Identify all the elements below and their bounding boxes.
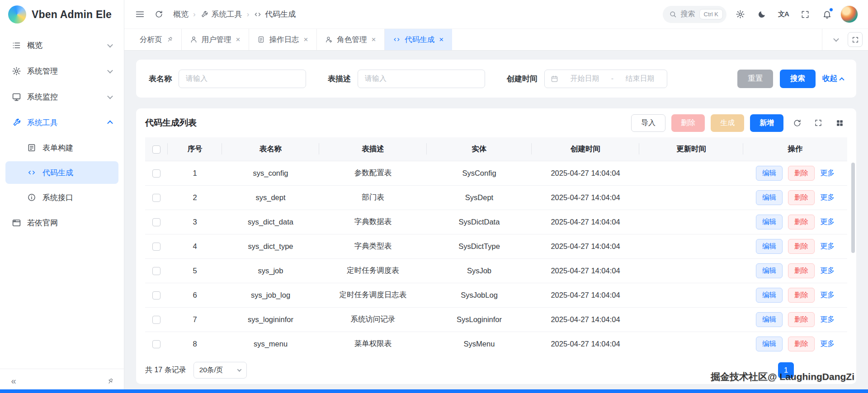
row-checkbox[interactable] <box>152 267 160 275</box>
edit-button[interactable]: 编辑 <box>756 215 783 229</box>
edit-button[interactable]: 编辑 <box>756 263 783 278</box>
delete-button[interactable]: 删除 <box>788 312 815 327</box>
tab-operation-log[interactable]: 操作日志 × <box>249 29 316 50</box>
monitor-icon <box>12 92 21 102</box>
delete-button[interactable]: 删除 <box>788 337 815 351</box>
vertical-scrollbar[interactable] <box>851 163 855 253</box>
edit-button[interactable]: 编辑 <box>756 239 783 254</box>
sidebar: Vben Admin Ele 概览 系统管理 <box>0 0 124 393</box>
page-size-select[interactable]: 20条/页 <box>193 362 247 379</box>
menu-toggle-button[interactable] <box>132 6 148 23</box>
tab-code-generation[interactable]: 代码生成 × <box>384 29 452 50</box>
more-button[interactable]: 更多 <box>820 315 835 324</box>
filter-field-create-time: 创建时间 开始日期 - 结束日期 <box>507 70 667 88</box>
table-row: 5 sys_job 定时任务调度表 SysJob 2025-04-27 14:0… <box>145 258 847 283</box>
collapse-filter-link[interactable]: 收起 <box>822 74 844 84</box>
table-desc-input[interactable] <box>358 70 485 88</box>
row-checkbox[interactable] <box>152 218 160 226</box>
cell-entity: SysJob <box>427 258 532 283</box>
sidebar-item-system-api[interactable]: 系统接口 <box>5 186 118 209</box>
cell-created: 2025-04-27 14:04:04 <box>532 332 639 356</box>
user-avatar[interactable] <box>840 5 858 23</box>
more-button[interactable]: 更多 <box>820 217 835 227</box>
edit-button[interactable]: 编辑 <box>756 166 783 181</box>
generate-button[interactable]: 生成 <box>711 114 744 132</box>
sidebar-item-system-monitor[interactable]: 系统监控 <box>5 85 118 108</box>
more-button[interactable]: 更多 <box>820 266 835 276</box>
search-button[interactable]: 搜索 <box>780 70 816 88</box>
dark-mode-moon-button[interactable] <box>754 6 770 23</box>
brand[interactable]: Vben Admin Ele <box>0 0 124 29</box>
sidebar-item-official-site[interactable]: 若依官网 <box>5 211 118 234</box>
language-translate-button[interactable]: 文A <box>775 6 792 23</box>
delete-button[interactable]: 删除 <box>788 239 815 254</box>
sidebar-item-code-generation[interactable]: 代码生成 <box>5 161 118 184</box>
tool-icon <box>12 118 21 127</box>
close-icon[interactable]: × <box>371 36 376 43</box>
import-button[interactable]: 导入 <box>631 114 665 132</box>
more-button[interactable]: 更多 <box>820 168 835 178</box>
sidebar-item-form-builder[interactable]: 表单构建 <box>5 136 118 159</box>
breadcrumb-item-overview[interactable]: 概览 <box>173 9 189 19</box>
sidebar-item-system-tools[interactable]: 系统工具 <box>5 111 118 134</box>
delete-button[interactable]: 删除 <box>788 288 815 303</box>
add-button[interactable]: 新增 <box>750 114 783 132</box>
pin-sidebar-button[interactable] <box>103 374 118 388</box>
cell-created: 2025-04-27 14:04:04 <box>532 185 639 210</box>
reset-button[interactable]: 重置 <box>737 70 773 88</box>
tabs: 分析页 用户管理 × 操作日志 × <box>132 29 452 50</box>
search-shortcut-badge: Ctrl K <box>699 9 723 19</box>
more-button[interactable]: 更多 <box>820 242 835 251</box>
row-checkbox[interactable] <box>152 291 160 299</box>
row-checkbox[interactable] <box>152 316 160 324</box>
tab-bar: 分析页 用户管理 × 操作日志 × <box>124 29 868 51</box>
notifications-bell-button[interactable] <box>819 6 835 23</box>
collapse-sidebar-button[interactable]: « <box>6 374 21 388</box>
close-icon[interactable]: × <box>439 36 444 43</box>
delete-button[interactable]: 删除 <box>788 166 815 181</box>
sidebar-item-overview[interactable]: 概览 <box>5 33 118 57</box>
cell-table-name: sys_job_log <box>222 283 319 307</box>
date-range-picker[interactable]: 开始日期 - 结束日期 <box>544 70 667 88</box>
delete-button[interactable]: 删除 <box>788 190 815 205</box>
refresh-page-button[interactable] <box>151 6 167 23</box>
edit-button[interactable]: 编辑 <box>756 312 783 327</box>
refresh-table-button[interactable] <box>789 115 805 131</box>
tab-analysis-page[interactable]: 分析页 <box>132 29 181 50</box>
breadcrumb-item-system-tools[interactable]: 系统工具 <box>200 9 242 19</box>
sidebar-item-system-management[interactable]: 系统管理 <box>5 59 118 83</box>
global-search[interactable]: 搜索 Ctrl K <box>663 6 727 23</box>
table-name-input[interactable] <box>179 70 306 88</box>
fullscreen-button[interactable] <box>797 6 813 23</box>
more-button[interactable]: 更多 <box>820 290 835 300</box>
close-icon[interactable]: × <box>236 36 241 43</box>
tab-label: 用户管理 <box>202 35 231 45</box>
cell-table-name: sys_dict_type <box>222 234 319 258</box>
edit-button[interactable]: 编辑 <box>756 288 783 303</box>
more-button[interactable]: 更多 <box>820 193 835 202</box>
delete-button[interactable]: 删除 <box>788 215 815 229</box>
page-1-button[interactable]: 1 <box>778 362 794 378</box>
settings-gear-button[interactable] <box>732 6 748 23</box>
batch-delete-button[interactable]: 删除 <box>671 114 705 132</box>
maximize-content-button[interactable] <box>848 32 863 47</box>
select-all-checkbox[interactable] <box>152 145 160 154</box>
cell-table-desc: 定时任务调度表 <box>319 258 427 283</box>
breadcrumb-item-code-generation[interactable]: 代码生成 <box>254 9 296 19</box>
close-icon[interactable]: × <box>303 36 308 43</box>
edit-button[interactable]: 编辑 <box>756 190 783 205</box>
more-button[interactable]: 更多 <box>820 339 835 349</box>
row-checkbox[interactable] <box>152 169 160 178</box>
delete-button[interactable]: 删除 <box>788 263 815 278</box>
table-fullscreen-button[interactable] <box>811 115 826 131</box>
row-checkbox[interactable] <box>152 194 160 202</box>
edit-button[interactable]: 编辑 <box>756 337 783 351</box>
row-checkbox[interactable] <box>152 340 160 348</box>
tab-user-management[interactable]: 用户管理 × <box>181 29 249 50</box>
sidebar-item-label: 概览 <box>27 40 102 51</box>
row-checkbox[interactable] <box>152 243 160 251</box>
translate-icon: 文A <box>778 10 789 19</box>
tabs-dropdown-button[interactable] <box>828 32 844 48</box>
column-settings-button[interactable] <box>832 115 847 131</box>
tab-role-management[interactable]: 角色管理 × <box>316 29 384 50</box>
